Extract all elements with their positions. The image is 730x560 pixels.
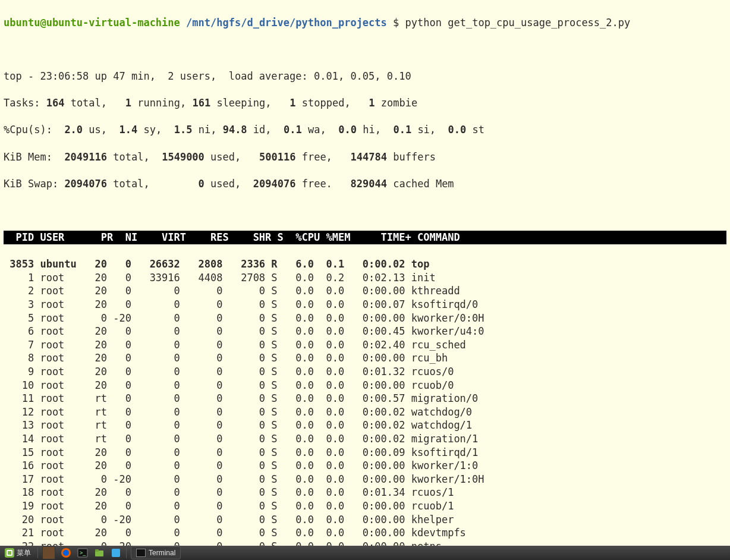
taskbar-entry-label: Terminal bbox=[149, 549, 175, 557]
show-desktop-icon[interactable] bbox=[42, 546, 55, 559]
table-row: 10 root 20 0 0 0 0 S 0.0 0.0 0:00.00 rcu… bbox=[4, 379, 726, 392]
prompt-sigil: $ bbox=[393, 17, 399, 29]
svg-point-1 bbox=[63, 550, 69, 556]
table-row: 8 root 20 0 0 0 0 S 0.0 0.0 0:00.00 rcu_… bbox=[4, 351, 726, 365]
table-row: 12 root rt 0 0 0 0 S 0.0 0.0 0:00.02 wat… bbox=[4, 405, 726, 419]
svg-rect-6 bbox=[112, 549, 120, 557]
blank-line-2 bbox=[4, 204, 726, 218]
svg-text:>_: >_ bbox=[80, 550, 86, 556]
table-row: 11 root rt 0 0 0 0 S 0.0 0.0 0:00.57 mig… bbox=[4, 392, 726, 405]
taskbar[interactable]: 菜单 >_ Terminal bbox=[0, 546, 730, 560]
process-table-body: 3853 ubuntu 20 0 26632 2808 2336 R 6.0 0… bbox=[4, 257, 726, 560]
terminal-launcher-icon[interactable]: >_ bbox=[77, 547, 89, 559]
table-row: 1 root 20 0 33916 4408 2708 S 0.0 0.2 0:… bbox=[4, 271, 726, 285]
table-row: 3853 ubuntu 20 0 26632 2808 2336 R 6.0 0… bbox=[4, 257, 726, 271]
table-row: 9 root 20 0 0 0 0 S 0.0 0.0 0:01.32 rcuo… bbox=[4, 365, 726, 379]
table-row: 15 root 20 0 0 0 0 S 0.0 0.0 0:00.09 kso… bbox=[4, 446, 726, 460]
table-row: 16 root 20 0 0 0 0 S 0.0 0.0 0:00.00 kwo… bbox=[4, 459, 726, 473]
table-row: 21 root 20 0 0 0 0 S 0.0 0.0 0:00.00 kde… bbox=[4, 526, 726, 540]
app-icon[interactable] bbox=[110, 547, 122, 559]
process-table-header: PID USER PR NI VIRT RES SHR S %CPU %MEM … bbox=[4, 231, 726, 244]
top-uptime-line: top - 23:06:58 up 47 min, 2 users, load … bbox=[4, 70, 726, 83]
table-row: 14 root rt 0 0 0 0 S 0.0 0.0 0:00.02 mig… bbox=[4, 432, 726, 446]
terminal-output[interactable]: ubuntu@ubuntu-virtual-machine /mnt/hgfs/… bbox=[0, 0, 730, 543]
table-row: 18 root 20 0 0 0 0 S 0.0 0.0 0:01.34 rcu… bbox=[4, 486, 726, 499]
table-row: 3 root 20 0 0 0 0 S 0.0 0.0 0:00.07 ksof… bbox=[4, 298, 726, 312]
firefox-icon[interactable] bbox=[60, 547, 72, 559]
taskbar-separator bbox=[37, 548, 38, 558]
top-cpu-line: %Cpu(s): 2.0 us, 1.4 sy, 1.5 ni, 94.8 id… bbox=[4, 123, 726, 137]
prompt-line: ubuntu@ubuntu-virtual-machine /mnt/hgfs/… bbox=[4, 16, 726, 30]
start-menu-label: 菜单 bbox=[17, 548, 31, 558]
files-icon[interactable] bbox=[93, 547, 105, 559]
table-row: 2 root 20 0 0 0 0 S 0.0 0.0 0:00.00 kthr… bbox=[4, 284, 726, 298]
top-swap-line: KiB Swap: 2094076 total, 0 used, 2094076… bbox=[4, 177, 726, 191]
prompt-command: python get_top_cpu_usage_process_2.py bbox=[405, 17, 631, 29]
table-row: 20 root 0 -20 0 0 0 S 0.0 0.0 0:00.00 kh… bbox=[4, 513, 726, 527]
prompt-cwd: /mnt/hgfs/d_drive/python_projects bbox=[186, 17, 387, 29]
blank-line bbox=[4, 43, 726, 56]
table-row: 7 root 20 0 0 0 0 S 0.0 0.0 0:02.40 rcu_… bbox=[4, 338, 726, 352]
mint-logo-icon bbox=[5, 548, 14, 558]
taskbar-separator-2 bbox=[126, 548, 127, 558]
table-row: 5 root 0 -20 0 0 0 S 0.0 0.0 0:00.00 kwo… bbox=[4, 312, 726, 325]
terminal-icon bbox=[136, 549, 146, 557]
top-tasks-line: Tasks: 164 total, 1 running, 161 sleepin… bbox=[4, 96, 726, 110]
table-row: 13 root rt 0 0 0 0 S 0.0 0.0 0:00.02 wat… bbox=[4, 419, 726, 432]
taskbar-entry-terminal[interactable]: Terminal bbox=[131, 546, 181, 559]
table-row: 17 root 0 -20 0 0 0 S 0.0 0.0 0:00.00 kw… bbox=[4, 473, 726, 486]
svg-rect-5 bbox=[95, 549, 99, 552]
table-row: 19 root 20 0 0 0 0 S 0.0 0.0 0:00.00 rcu… bbox=[4, 499, 726, 513]
start-menu-button[interactable]: 菜单 bbox=[0, 546, 36, 560]
table-row: 6 root 20 0 0 0 0 S 0.0 0.0 0:00.45 kwor… bbox=[4, 325, 726, 338]
prompt-userhost: ubuntu@ubuntu-virtual-machine bbox=[4, 17, 180, 29]
top-mem-line: KiB Mem: 2049116 total, 1549000 used, 50… bbox=[4, 150, 726, 164]
